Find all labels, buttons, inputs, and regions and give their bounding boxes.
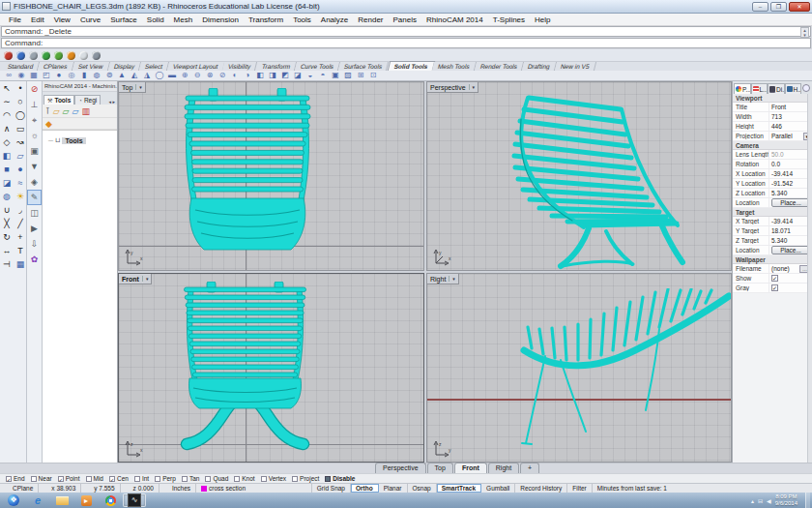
minimize-button[interactable]: – xyxy=(752,2,768,12)
properties-tab[interactable]: P... xyxy=(734,83,751,94)
roughing-icon[interactable]: ▣ xyxy=(27,143,42,159)
start-button[interactable] xyxy=(2,493,25,507)
join-icon[interactable]: ∪ xyxy=(0,203,14,217)
osnap-toggle[interactable]: Tan xyxy=(182,475,199,482)
osnap-toggle[interactable]: Near xyxy=(31,475,52,482)
solid-sphere-icon[interactable]: ● xyxy=(14,163,27,176)
scale-icon[interactable]: ↔ xyxy=(0,244,14,257)
status-cell[interactable]: Inches xyxy=(160,484,196,493)
split-icon[interactable]: ╱ xyxy=(14,217,27,230)
status-toggle-button[interactable]: Osnap xyxy=(408,484,437,493)
select-arrow-icon[interactable]: ↖ xyxy=(0,81,14,95)
osnap-checkbox[interactable] xyxy=(86,476,92,482)
edit-tool-icon[interactable]: ◆ xyxy=(45,118,52,130)
freeform-curve-icon[interactable]: ↝ xyxy=(14,135,27,149)
status-toggle-button[interactable]: Filter xyxy=(567,484,592,493)
status-toggle-button[interactable]: Ortho xyxy=(351,484,379,493)
status-cell[interactable]: cross section xyxy=(196,484,312,493)
difference-half-icon[interactable]: ◑ xyxy=(242,71,253,80)
osnap-toggle[interactable]: Vertex xyxy=(261,475,286,482)
toolbar-tab[interactable]: Display xyxy=(107,62,141,71)
create-solid-icon[interactable]: ◉ xyxy=(15,71,27,80)
extrude-icon[interactable]: ◪ xyxy=(0,176,14,190)
toolbar-tab[interactable]: Curve Tools xyxy=(295,62,340,71)
chrome-icon[interactable] xyxy=(99,493,122,507)
taskbar-clock[interactable]: 8:09 PM9/6/2014 xyxy=(775,493,798,507)
osnap-toggle[interactable]: Disable xyxy=(325,475,355,482)
plane-icon[interactable]: ▱ xyxy=(14,149,27,163)
loft-icon[interactable]: ≈ xyxy=(14,176,27,190)
toolbar-tab[interactable]: Viewport Layout xyxy=(167,62,225,71)
rhinocam-silver-sphere-icon[interactable] xyxy=(29,51,38,60)
wire-cut-icon[interactable]: ▨ xyxy=(342,71,354,80)
shell-icon[interactable]: ▣ xyxy=(330,71,341,80)
menu-item[interactable]: Analyze xyxy=(316,15,353,24)
menu-item[interactable]: RhinoCAM 2014 xyxy=(421,15,488,24)
osnap-checkbox[interactable] xyxy=(31,476,37,482)
record-stop-icon[interactable]: ⊘ xyxy=(27,81,42,97)
osnap-checkbox[interactable] xyxy=(134,476,140,482)
rhinocam-blue-sphere-icon[interactable] xyxy=(16,51,25,60)
arc-icon[interactable]: ◠ xyxy=(0,108,14,122)
union-half-icon[interactable]: ◐ xyxy=(229,71,241,80)
menu-item[interactable]: Transform xyxy=(244,15,288,24)
menu-item[interactable]: Help xyxy=(530,15,555,24)
osnap-checkbox[interactable] xyxy=(58,476,64,482)
menu-item[interactable]: Mesh xyxy=(169,15,198,24)
layers-tab[interactable]: L... xyxy=(751,83,768,94)
tab-scroll-arrows[interactable]: ◂ ▸ xyxy=(109,99,117,105)
osnap-toggle[interactable]: End xyxy=(6,475,25,482)
finishing-icon[interactable]: ◈ xyxy=(27,174,42,190)
viewport-tab[interactable]: Top xyxy=(427,463,453,473)
osnap-checkbox[interactable] xyxy=(6,476,12,482)
torus-icon[interactable]: ◯ xyxy=(154,71,165,80)
rectangle-icon[interactable]: ▭ xyxy=(14,122,27,135)
status-cell[interactable]: z 0.000 xyxy=(121,484,160,493)
toolbar-tab[interactable]: New in V5 xyxy=(555,62,596,71)
fillet-icon[interactable]: ◞ xyxy=(14,203,27,217)
viewport-tab[interactable]: + xyxy=(520,463,539,473)
slab-icon[interactable]: ▬ xyxy=(166,71,178,80)
viewport-right-label[interactable]: Right▾ xyxy=(427,274,459,284)
polygon-icon[interactable]: ◇ xyxy=(0,135,14,149)
display-tab[interactable]: Di... xyxy=(768,83,785,94)
array-solid-icon[interactable]: ⊞ xyxy=(355,71,366,80)
toolbar-tab[interactable]: Solid Tools xyxy=(387,61,434,71)
menu-item[interactable]: Panels xyxy=(389,15,421,24)
osnap-toggle[interactable]: Int xyxy=(134,475,149,482)
dimension-icon[interactable]: ⊣ xyxy=(0,257,14,271)
point-icon[interactable]: • xyxy=(14,81,27,95)
toolbar-tab[interactable]: Render Tools xyxy=(475,62,524,71)
post-process-icon[interactable]: ⇩ xyxy=(27,236,42,252)
osnap-toggle[interactable]: Project xyxy=(292,475,319,482)
status-toggle-button[interactable]: SmartTrack xyxy=(437,484,481,493)
pipe-icon[interactable]: ⊚ xyxy=(103,71,115,80)
chamfer-edge-icon[interactable]: ◓ xyxy=(317,71,329,80)
osnap-checkbox[interactable] xyxy=(109,476,115,482)
menu-item[interactable]: View xyxy=(49,15,75,24)
box-icon[interactable]: ▦ xyxy=(28,71,40,80)
menu-item[interactable]: Curve xyxy=(75,15,105,24)
osnap-checkbox[interactable] xyxy=(182,476,188,482)
viewport-menu-arrow-icon[interactable]: ▾ xyxy=(449,276,455,282)
viewport-menu-arrow-icon[interactable]: ▾ xyxy=(142,276,149,282)
machine-axis-icon[interactable]: ⊥ xyxy=(27,97,42,112)
toolbar-tab[interactable]: Surface Tools xyxy=(338,62,390,71)
viewport-perspective[interactable]: Perspective▾ xyxy=(426,81,732,271)
status-toggle-button[interactable]: Grid Snap xyxy=(312,484,351,493)
viewport-menu-arrow-icon[interactable]: ▾ xyxy=(469,84,476,90)
panel-options-icon[interactable] xyxy=(802,84,810,92)
media-player-icon[interactable] xyxy=(74,493,98,507)
osnap-checkbox[interactable] xyxy=(205,476,211,482)
toolbar-tab[interactable]: Standard xyxy=(2,62,41,71)
status-cell[interactable]: x 38.903 xyxy=(39,484,81,493)
file-explorer-icon[interactable] xyxy=(50,493,73,507)
rhinocam-lasso-icon[interactable] xyxy=(79,51,88,60)
show-hidden-icons[interactable]: ▴ xyxy=(751,497,754,504)
edit-solid-icon[interactable]: ⊡ xyxy=(367,71,379,80)
extrude-curve-icon[interactable]: ◧ xyxy=(254,71,266,80)
status-toggle-button[interactable]: Planar xyxy=(379,484,408,493)
create-tool-icon[interactable]: ⊺ xyxy=(45,105,50,117)
mesh-grid-icon[interactable]: ▦ xyxy=(14,257,27,271)
network-icon[interactable]: ⊟ xyxy=(758,497,763,504)
